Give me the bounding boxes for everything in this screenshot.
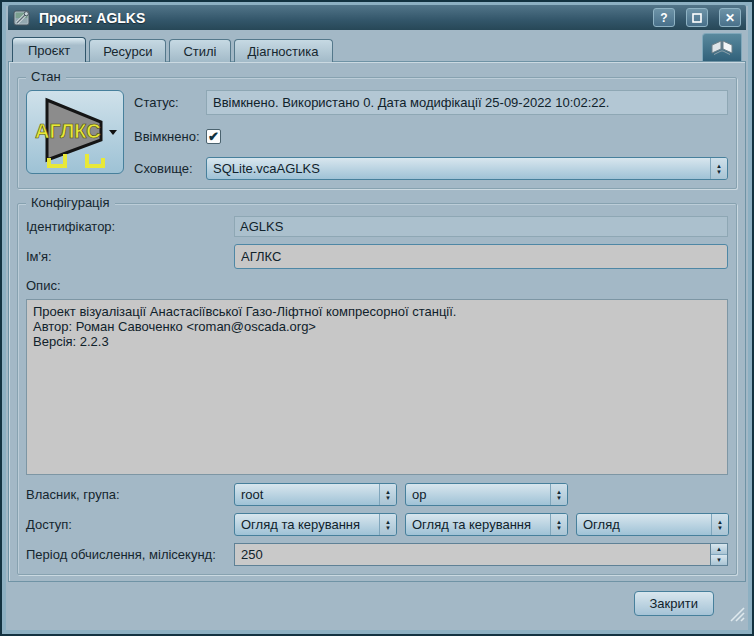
- combo-arrows-icon[interactable]: ▲▼: [550, 484, 567, 505]
- combo-arrows-icon[interactable]: ▲▼: [379, 514, 396, 535]
- enabled-checkbox[interactable]: ✔: [206, 129, 221, 144]
- storage-value: SQLite.vcaAGLKS: [213, 161, 320, 176]
- description-label: Опис:: [26, 278, 728, 293]
- identifier-field: AGLKS: [234, 216, 728, 237]
- storage-combobox[interactable]: SQLite.vcaAGLKS ▲▼: [206, 157, 728, 180]
- group-combobox[interactable]: op ▲▼: [405, 483, 568, 506]
- combo-arrows-icon[interactable]: ▲▼: [550, 514, 567, 535]
- access-user-value: Огляд та керування: [241, 517, 360, 532]
- storage-label: Сховище:: [134, 161, 206, 176]
- manual-book-button[interactable]: [702, 33, 742, 61]
- enabled-label: Ввімкнено:: [134, 129, 206, 144]
- dialog-footer: Закрити: [8, 582, 746, 624]
- spin-down-icon: ▼: [716, 557, 722, 563]
- access-other-value: Огляд: [583, 517, 620, 532]
- access-other-combobox[interactable]: Огляд ▲▼: [576, 513, 729, 536]
- spin-up-button[interactable]: ▲: [711, 544, 727, 555]
- state-groupbox: Стан АГЛКС Статус: Ввімкнено. Використан…: [17, 77, 737, 189]
- tab-bar: Проєкт Ресурси Стилі Діагностика: [8, 30, 746, 61]
- config-group-title: Конфігурація: [26, 195, 115, 210]
- tab-resources[interactable]: Ресурси: [89, 39, 166, 62]
- close-button[interactable]: ✕: [719, 8, 741, 27]
- period-input[interactable]: [235, 544, 710, 565]
- open-book-icon: [709, 38, 735, 58]
- svg-text:АГЛКС: АГЛКС: [35, 120, 101, 142]
- titlebar[interactable]: Проєкт: AGLKS ? ✕: [8, 5, 746, 30]
- check-icon: ✔: [208, 130, 219, 143]
- name-input[interactable]: [234, 244, 728, 269]
- help-button[interactable]: ?: [653, 8, 675, 27]
- group-value: op: [412, 487, 426, 502]
- name-label: Ім'я:: [26, 249, 234, 264]
- status-label: Статус:: [134, 95, 206, 110]
- access-group-combobox[interactable]: Огляд та керування ▲▼: [405, 513, 568, 536]
- period-spinbox[interactable]: ▲ ▼: [234, 543, 728, 566]
- window-title: Проєкт: AGLKS: [39, 10, 642, 26]
- tab-pane-project: Стан АГЛКС Статус: Ввімкнено. Використан…: [8, 61, 746, 582]
- spin-up-icon: ▲: [716, 546, 722, 552]
- owner-combobox[interactable]: root ▲▼: [234, 483, 397, 506]
- access-group-value: Огляд та керування: [412, 517, 531, 532]
- maximize-button[interactable]: [686, 8, 708, 27]
- combo-arrows-icon[interactable]: ▲▼: [379, 484, 396, 505]
- tab-diagnostics[interactable]: Діагностика: [234, 39, 333, 62]
- aglks-logo-icon: АГЛКС: [31, 94, 119, 170]
- identifier-label: Ідентифікатор:: [26, 219, 234, 234]
- maximize-icon: [692, 13, 702, 23]
- description-textarea[interactable]: Проект візуалізації Анастасіївської Газо…: [26, 299, 728, 475]
- app-icon: [13, 9, 31, 27]
- project-logo-button[interactable]: АГЛКС: [26, 90, 124, 174]
- resize-grip[interactable]: [725, 602, 745, 622]
- owner-group-label: Власник, група:: [26, 487, 234, 502]
- combo-arrows-icon[interactable]: ▲▼: [710, 158, 727, 179]
- owner-value: root: [241, 487, 263, 502]
- period-label: Період обчислення, мілісекунд:: [26, 547, 234, 562]
- state-group-title: Стан: [26, 69, 66, 84]
- close-dialog-button[interactable]: Закрити: [634, 591, 714, 616]
- access-user-combobox[interactable]: Огляд та керування ▲▼: [234, 513, 397, 536]
- tab-project[interactable]: Проєкт: [12, 37, 86, 62]
- status-value: Ввімкнено. Використано 0. Дата модифікац…: [206, 90, 728, 115]
- access-label: Доступ:: [26, 517, 234, 532]
- project-dialog-window: Проєкт: AGLKS ? ✕ Проєкт Ресурси Стилі Д…: [0, 0, 754, 636]
- combo-arrows-icon[interactable]: ▲▼: [711, 514, 728, 535]
- spin-down-button[interactable]: ▼: [711, 555, 727, 565]
- tab-styles[interactable]: Стилі: [169, 39, 230, 62]
- config-groupbox: Конфігурація Ідентифікатор: AGLKS Ім'я: …: [17, 203, 737, 575]
